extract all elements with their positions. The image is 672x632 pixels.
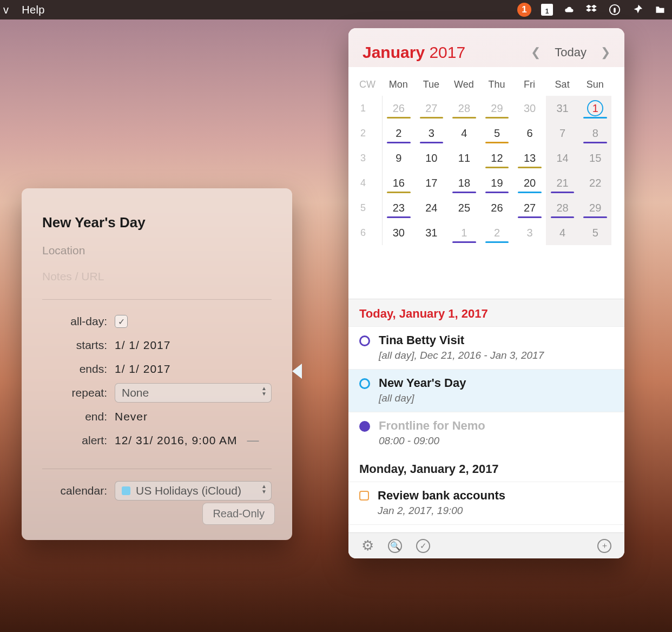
menu-item[interactable]: v [3,4,9,16]
calendar-day-cell[interactable]: 31 [415,220,448,245]
alert-label: alert: [42,434,107,447]
calendar-day-cell[interactable]: 3 [415,121,448,146]
calendar-day-cell[interactable]: 27 [513,195,546,220]
search-icon[interactable]: 🔍 [388,539,402,553]
end-label: end: [42,410,107,423]
password-icon[interactable] [608,3,621,16]
calendar-day-cell[interactable]: 4 [447,121,480,146]
calendar-day-cell[interactable]: 30 [382,220,415,245]
calendar-day-cell[interactable]: 29 [578,195,611,220]
all-day-checkbox[interactable] [115,315,128,328]
agenda-item-subtitle: 08:00 - 09:00 [379,435,485,447]
calendar-day-cell[interactable]: 1 [447,220,480,245]
next-month-button[interactable]: ❯ [601,45,610,60]
starts-value[interactable]: 1/ 1/ 2017 [115,339,170,352]
calendar-day-cell[interactable]: 5 [480,121,513,146]
agenda-date-header: Monday, January 2, 2017 [348,455,624,482]
dropbox-icon[interactable] [585,3,598,16]
calendar-menubar-icon[interactable]: 1 [541,4,553,16]
calendar-day-cell[interactable]: 15 [578,146,611,170]
agenda-item-subtitle: [all day] [379,392,466,404]
calendar-select[interactable]: US Holidays (iCloud) ▲▼ [115,481,272,501]
calendar-day-cell[interactable]: 13 [513,146,546,170]
menu-item-help[interactable]: Help [22,4,44,16]
week-number: 6 [356,220,382,245]
calendar-day-cell[interactable]: 24 [415,195,448,220]
agenda-item[interactable]: Frontline for Nemo08:00 - 09:00 [348,412,624,455]
agenda-item[interactable]: Tina Betty Visit[all day], Dec 21, 2016 … [348,326,624,369]
week-number: 3 [356,146,382,170]
calendar-day-cell[interactable]: 16 [382,170,415,195]
read-only-button[interactable]: Read-Only [202,503,275,525]
notes-field[interactable]: Notes / URL [42,270,272,283]
alert-value[interactable]: 12/ 31/ 2016, 9:00 AM [115,434,238,447]
add-button[interactable]: ＋ [597,539,611,553]
calendar-day-cell[interactable]: 2 [382,121,415,146]
calendar-day-cell[interactable]: 17 [415,170,448,195]
calendar-day-cell[interactable]: 14 [546,146,579,170]
calendar-day-cell[interactable]: 11 [447,146,480,170]
agenda-item[interactable]: Review bank accountsJan 2, 2017, 19:00 [348,482,624,524]
repeat-select[interactable]: None ▲▼ [115,383,272,403]
divider [42,469,272,469]
dow-header: Thu [480,75,513,96]
calendar-day-cell[interactable]: 20 [513,170,546,195]
agenda-list[interactable]: Today, January 1, 2017 Tina Betty Visit[… [348,299,624,532]
calendar-day-cell[interactable]: 5 [578,220,611,245]
calendar-day-cell[interactable]: 31 [546,96,579,121]
event-color-dot [359,378,370,389]
cloud-icon[interactable] [563,3,576,16]
divider [42,299,272,300]
calendar-day-cell[interactable]: 12 [480,146,513,170]
calendar-label: calendar: [42,484,107,497]
today-button[interactable]: Today [555,45,587,60]
folder-icon[interactable] [654,3,667,16]
calendar-day-cell[interactable]: 26 [382,96,415,121]
week-number: 5 [356,195,382,220]
remove-alert-button[interactable]: — [247,433,259,447]
agenda-item[interactable]: Tina Betty Visit[all day], Dec 21, 2016 … [348,524,624,532]
gear-icon[interactable]: ⚙ [361,537,374,554]
week-number: 2 [356,121,382,146]
calendar-day-cell[interactable]: 1 [578,96,611,121]
calendar-day-cell[interactable]: 28 [546,195,579,220]
calendar-day-cell[interactable]: 4 [546,220,579,245]
dow-header: Mon [382,75,415,96]
calendar-day-cell[interactable]: 8 [578,121,611,146]
svg-rect-1 [614,8,616,12]
calendar-day-cell[interactable]: 28 [447,96,480,121]
month-year-title: January 2017 [363,43,465,62]
calendar-day-cell[interactable]: 25 [447,195,480,220]
calendar-day-cell[interactable]: 27 [415,96,448,121]
calendar-day-cell[interactable]: 3 [513,220,546,245]
ends-value[interactable]: 1/ 1/ 2017 [115,363,170,376]
week-number: 4 [356,170,382,195]
calendar-day-cell[interactable]: 10 [415,146,448,170]
ends-label: ends: [42,363,107,376]
dow-header: CW [356,75,382,96]
calendar-day-cell[interactable]: 9 [382,146,415,170]
calendar-day-cell[interactable]: 18 [447,170,480,195]
calendar-day-cell[interactable]: 26 [480,195,513,220]
prev-month-button[interactable]: ❮ [531,45,541,60]
calendar-day-cell[interactable]: 19 [480,170,513,195]
calendar-day-cell[interactable]: 30 [513,96,546,121]
calendar-day-cell[interactable]: 29 [480,96,513,121]
event-title[interactable]: New Year's Day [42,214,272,231]
popover-connector [292,364,302,379]
calendar-day-cell[interactable]: 21 [546,170,579,195]
checkmark-icon[interactable]: ✓ [416,539,430,553]
pin-icon[interactable] [631,3,644,16]
agenda-item-title: Frontline for Nemo [379,419,485,433]
calendar-day-cell[interactable]: 2 [480,220,513,245]
calendar-day-cell[interactable]: 23 [382,195,415,220]
notification-badge[interactable]: 1 [517,3,531,17]
agenda-item[interactable]: New Year's Day[all day] [348,369,624,412]
calendar-day-cell[interactable]: 7 [546,121,579,146]
location-field[interactable]: Location [42,244,272,257]
end-value[interactable]: Never [115,410,148,423]
agenda-item-subtitle: Jan 2, 2017, 19:00 [378,505,505,517]
event-detail-popover: New Year's Day Location Notes / URL all-… [22,188,292,540]
calendar-day-cell[interactable]: 6 [513,121,546,146]
calendar-day-cell[interactable]: 22 [578,170,611,195]
